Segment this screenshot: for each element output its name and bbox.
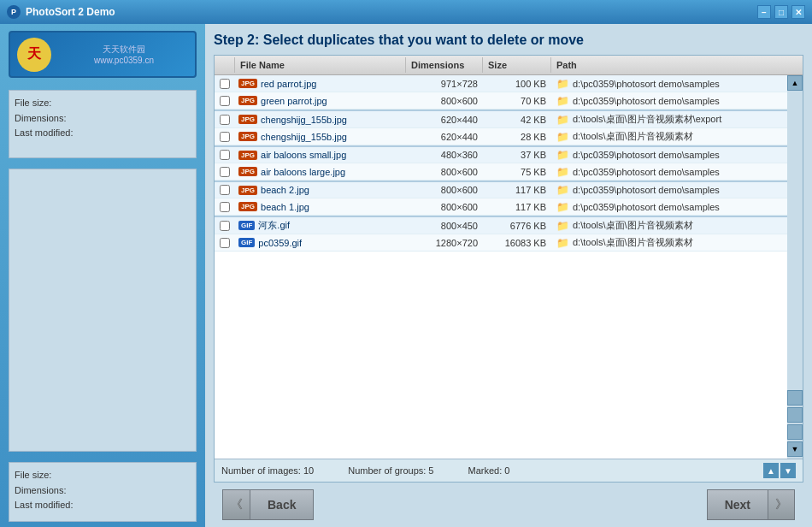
app-icon: P bbox=[7, 5, 21, 19]
file-name-text-9: pc0359.gif bbox=[258, 238, 302, 248]
row-dim-1: 800×600 bbox=[406, 94, 483, 108]
sidebar-bottom-filesize: File size: bbox=[15, 468, 191, 483]
sidebar-bottom-panel: File size: Dimensions: Last modified: bbox=[9, 462, 197, 522]
file-badge-0: JPG bbox=[238, 79, 257, 88]
close-button[interactable]: ✕ bbox=[791, 5, 805, 19]
file-badge-4: JPG bbox=[238, 151, 257, 160]
file-name-text-3: chengshijg_155b.jpg bbox=[261, 132, 347, 142]
file-name-text-8: 河东.gif bbox=[258, 219, 290, 232]
row-path-8: 📁 d:\tools\桌面\图片音视频素材 bbox=[551, 217, 787, 234]
logo-text: 天天软件园www.pc0359.cn bbox=[94, 44, 154, 65]
back-button[interactable]: Back bbox=[250, 489, 314, 520]
file-list-with-scroll: JPG red parrot.jpg 971×728 100 KB 📁 d:\p… bbox=[215, 75, 803, 459]
row-size-3: 28 KB bbox=[483, 130, 551, 144]
group-count: Number of groups: 5 bbox=[348, 465, 433, 476]
row-path-9: 📁 d:\tools\桌面\图片音视频素材 bbox=[551, 234, 787, 251]
row-checkbox-9[interactable] bbox=[215, 236, 235, 250]
checkbox-0[interactable] bbox=[220, 79, 230, 89]
row-name-0: JPG red parrot.jpg bbox=[235, 77, 406, 91]
nav-down-btn[interactable]: ▼ bbox=[780, 463, 796, 478]
row-name-6: JPG beach 2.jpg bbox=[235, 183, 406, 197]
row-size-7: 117 KB bbox=[483, 200, 551, 214]
row-size-0: 100 KB bbox=[483, 77, 551, 91]
checkbox-3[interactable] bbox=[220, 132, 230, 142]
back-button-group: 《 Back bbox=[222, 489, 314, 520]
checkbox-6[interactable] bbox=[220, 185, 230, 195]
checkbox-2[interactable] bbox=[220, 115, 230, 125]
row-path-2: 📁 d:\tools\桌面\图片音视频素材\export bbox=[551, 111, 787, 127]
row-name-2: JPG chengshijg_155b.jpg bbox=[235, 113, 406, 127]
checkbox-4[interactable] bbox=[220, 150, 230, 160]
app-title: PhotoSort 2 Demo bbox=[26, 6, 115, 18]
minimize-button[interactable]: − bbox=[757, 5, 771, 19]
row-size-1: 70 KB bbox=[483, 94, 551, 108]
logo-circle: 天 bbox=[17, 38, 51, 72]
file-list-container: File Name Dimensions Size Path JPG red p… bbox=[214, 55, 803, 483]
maximize-button[interactable]: □ bbox=[774, 5, 788, 19]
scroll-btn-1[interactable] bbox=[787, 390, 803, 406]
folder-icon-7: 📁 bbox=[556, 201, 569, 213]
folder-icon-1: 📁 bbox=[556, 95, 569, 107]
row-checkbox-4[interactable] bbox=[215, 148, 235, 162]
checkbox-7[interactable] bbox=[220, 202, 230, 212]
row-checkbox-2[interactable] bbox=[215, 113, 235, 127]
file-badge-6: JPG bbox=[238, 186, 257, 195]
row-name-8: GIF 河东.gif bbox=[235, 217, 406, 234]
file-badge-9: GIF bbox=[238, 238, 255, 247]
folder-icon-9: 📁 bbox=[556, 237, 569, 249]
folder-icon-8: 📁 bbox=[556, 220, 569, 232]
checkbox-1[interactable] bbox=[220, 96, 230, 106]
sidebar-dimensions-label: Dimensions: bbox=[15, 111, 191, 127]
nav-up-btn[interactable]: ▲ bbox=[763, 463, 779, 478]
row-name-3: JPG chengshijg_155b.jpg bbox=[235, 130, 406, 144]
col-header-dimensions[interactable]: Dimensions bbox=[406, 57, 483, 73]
row-checkbox-3[interactable] bbox=[215, 130, 235, 144]
content-area: Step 2: Select duplicates that you want … bbox=[205, 24, 812, 527]
marked-count: Marked: 0 bbox=[468, 465, 510, 476]
file-list-body[interactable]: JPG red parrot.jpg 971×728 100 KB 📁 d:\p… bbox=[215, 75, 787, 459]
checkbox-5[interactable] bbox=[220, 167, 230, 177]
folder-icon-6: 📁 bbox=[556, 184, 569, 196]
table-row: JPG chengshijg_155b.jpg 620×440 28 KB 📁 … bbox=[215, 128, 787, 145]
row-size-4: 37 KB bbox=[483, 148, 551, 162]
scroll-up-btn[interactable]: ▲ bbox=[787, 75, 803, 91]
sidebar-bottom-lastmodified: Last modified: bbox=[15, 498, 191, 513]
path-text-0: d:\pc0359\photosort demo\samples bbox=[573, 79, 720, 89]
col-header-size[interactable]: Size bbox=[483, 57, 551, 73]
next-button[interactable]: Next bbox=[707, 489, 768, 520]
scroll-down-btn[interactable]: ▼ bbox=[787, 441, 803, 457]
path-text-4: d:\pc0359\photosort demo\samples bbox=[573, 150, 720, 160]
step-title: Step 2: Select duplicates that you want … bbox=[214, 33, 803, 48]
row-name-9: GIF pc0359.gif bbox=[235, 236, 406, 250]
row-checkbox-1[interactable] bbox=[215, 94, 235, 108]
checkbox-9[interactable] bbox=[220, 238, 230, 248]
path-text-2: d:\tools\桌面\图片音视频素材\export bbox=[573, 113, 721, 126]
bottom-nav: 《 Back Next 》 bbox=[214, 483, 803, 527]
back-arrow-icon[interactable]: 《 bbox=[222, 489, 250, 520]
row-checkbox-5[interactable] bbox=[215, 165, 235, 179]
scroll-btn-2[interactable] bbox=[787, 407, 803, 423]
row-dim-9: 1280×720 bbox=[406, 236, 483, 250]
row-checkbox-6[interactable] bbox=[215, 183, 235, 197]
row-dim-8: 800×450 bbox=[406, 219, 483, 233]
row-path-5: 📁 d:\pc0359\photosort demo\samples bbox=[551, 164, 787, 180]
path-text-9: d:\tools\桌面\图片音视频素材 bbox=[573, 236, 693, 249]
row-checkbox-7[interactable] bbox=[215, 200, 235, 214]
col-header-filename[interactable]: File Name bbox=[235, 57, 406, 73]
table-row: JPG air baloons large.jpg 800×600 75 KB … bbox=[215, 163, 787, 181]
col-header-path[interactable]: Path bbox=[551, 57, 803, 73]
scroll-btn-3[interactable] bbox=[787, 424, 803, 440]
row-checkbox-8[interactable] bbox=[215, 219, 235, 233]
image-count: Number of images: 10 bbox=[221, 465, 314, 476]
row-checkbox-0[interactable] bbox=[215, 77, 235, 91]
file-name-text-5: air baloons large.jpg bbox=[261, 167, 345, 177]
next-arrow-icon[interactable]: 》 bbox=[768, 489, 795, 520]
row-dim-4: 480×360 bbox=[406, 148, 483, 162]
row-path-0: 📁 d:\pc0359\photosort demo\samples bbox=[551, 76, 787, 92]
folder-icon-2: 📁 bbox=[556, 114, 569, 126]
next-button-group: Next 》 bbox=[707, 489, 795, 520]
sidebar-top-panel: File size: Dimensions: Last modified: bbox=[9, 90, 197, 158]
file-name-text-0: red parrot.jpg bbox=[261, 79, 316, 89]
row-name-7: JPG beach 1.jpg bbox=[235, 200, 406, 214]
checkbox-8[interactable] bbox=[220, 221, 230, 231]
